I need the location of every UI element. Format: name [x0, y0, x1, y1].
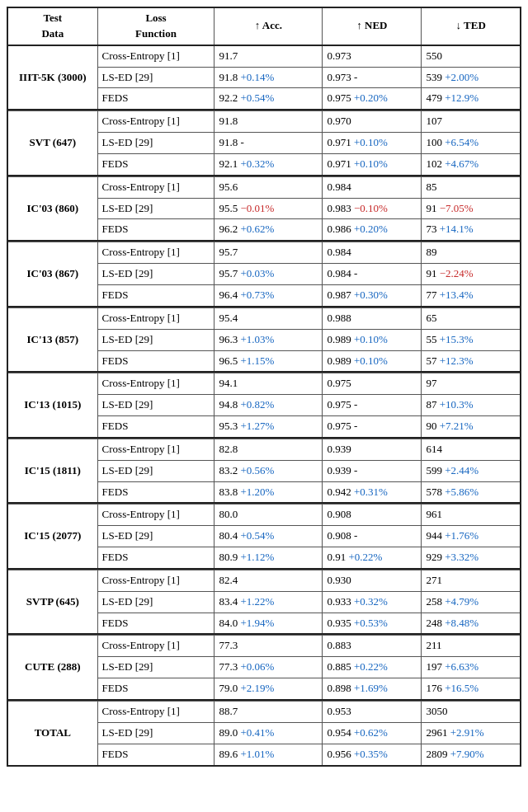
loss-function-cell: Cross-Entropy [1] [97, 45, 214, 67]
ned-cell: 0.973 [323, 45, 422, 67]
header-loss-function: LossFunction [97, 7, 214, 45]
acc-cell: 79.0 +2.19% [214, 678, 323, 700]
ted-cell: 599 +2.44% [422, 460, 521, 481]
acc-cell: 80.0 [214, 505, 323, 526]
loss-function-cell: LS-ED [29] [97, 67, 214, 88]
ted-cell: 91 −2.24% [422, 264, 521, 285]
loss-function-cell: Cross-Entropy [1] [97, 373, 214, 395]
ned-cell: 0.973 - [323, 67, 422, 88]
loss-function-cell: LS-ED [29] [97, 395, 214, 416]
test-data-label: IC'13 (1015) [7, 373, 97, 438]
ned-cell: 0.987 +0.30% [323, 284, 422, 306]
acc-cell: 77.3 +0.06% [214, 657, 323, 678]
loss-function-cell: LS-ED [29] [97, 264, 214, 285]
ted-cell: 211 [422, 636, 521, 657]
test-data-label: IC'15 (1811) [7, 439, 97, 503]
ted-cell: 248 +8.48% [422, 613, 521, 634]
ned-cell: 0.975 [323, 373, 422, 395]
acc-cell: 95.5 −0.01% [214, 198, 323, 219]
ted-cell: 258 +4.79% [422, 591, 521, 613]
ted-cell: 77 +13.4% [422, 284, 521, 306]
acc-cell: 89.0 +0.41% [214, 722, 323, 744]
acc-cell: 80.4 +0.54% [214, 526, 323, 547]
ted-cell: 197 +6.63% [422, 657, 521, 678]
ned-cell: 0.930 [323, 570, 422, 591]
acc-cell: 83.2 +0.56% [214, 460, 323, 481]
test-data-label: IIIT-5K (3000) [7, 45, 97, 110]
test-data-label: IC'13 (857) [7, 307, 97, 372]
ned-cell: 0.939 [323, 439, 422, 460]
acc-cell: 91.8 [214, 111, 323, 133]
acc-cell: 91.8 - [214, 133, 323, 154]
ned-cell: 0.975 +0.20% [323, 88, 422, 110]
ned-cell: 0.971 +0.10% [323, 153, 422, 175]
ted-cell: 102 +4.67% [422, 153, 521, 175]
loss-function-cell: Cross-Entropy [1] [97, 439, 214, 460]
loss-function-cell: FEDS [97, 350, 214, 372]
ted-cell: 90 +7.21% [422, 416, 521, 438]
acc-cell: 91.8 +0.14% [214, 67, 323, 88]
ned-cell: 0.908 - [323, 526, 422, 547]
loss-function-cell: FEDS [97, 284, 214, 306]
ned-cell: 0.970 [323, 111, 422, 133]
acc-cell: 96.3 +1.03% [214, 329, 323, 350]
results-table: TestData LossFunction ↑ Acc. ↑ NED ↓ TED… [7, 7, 521, 767]
loss-function-cell: LS-ED [29] [97, 722, 214, 744]
acc-cell: 92.2 +0.54% [214, 88, 323, 110]
loss-function-cell: FEDS [97, 88, 214, 110]
ned-cell: 0.953 [323, 702, 422, 723]
ned-cell: 0.883 [323, 636, 422, 657]
ted-cell: 929 +3.32% [422, 547, 521, 569]
loss-function-cell: FEDS [97, 613, 214, 634]
header-ted: ↓ TED [422, 7, 521, 45]
ted-cell: 73 +14.1% [422, 219, 521, 241]
acc-cell: 91.7 [214, 45, 323, 67]
loss-function-cell: Cross-Entropy [1] [97, 702, 214, 723]
loss-function-cell: FEDS [97, 481, 214, 503]
ted-cell: 57 +12.3% [422, 350, 521, 372]
loss-function-cell: LS-ED [29] [97, 460, 214, 481]
ned-cell: 0.971 +0.10% [323, 133, 422, 154]
ned-cell: 0.933 +0.32% [323, 591, 422, 613]
ned-cell: 0.989 +0.10% [323, 329, 422, 350]
test-data-label: SVT (647) [7, 111, 97, 176]
ned-cell: 0.935 +0.53% [323, 613, 422, 634]
ned-cell: 0.975 - [323, 395, 422, 416]
table-row: IC'15 (2077)Cross-Entropy [1]80.00.90896… [7, 505, 521, 526]
loss-function-cell: LS-ED [29] [97, 591, 214, 613]
ted-cell: 614 [422, 439, 521, 460]
ned-cell: 0.91 +0.22% [323, 547, 422, 569]
ned-cell: 0.984 [323, 242, 422, 264]
acc-cell: 82.8 [214, 439, 323, 460]
ted-cell: 65 [422, 307, 521, 329]
ned-cell: 0.908 [323, 505, 422, 526]
acc-cell: 83.4 +1.22% [214, 591, 323, 613]
header-ned: ↑ NED [323, 7, 422, 45]
loss-function-cell: FEDS [97, 744, 214, 765]
table-row: IC'03 (860)Cross-Entropy [1]95.60.98485 [7, 176, 521, 198]
ted-cell: 85 [422, 176, 521, 198]
ted-cell: 271 [422, 570, 521, 591]
ned-cell: 0.984 - [323, 264, 422, 285]
header-acc: ↑ Acc. [214, 7, 323, 45]
ned-cell: 0.898 +1.69% [323, 678, 422, 700]
ned-cell: 0.983 −0.10% [323, 198, 422, 219]
acc-cell: 96.5 +1.15% [214, 350, 323, 372]
ned-cell: 0.984 [323, 176, 422, 198]
loss-function-cell: LS-ED [29] [97, 329, 214, 350]
loss-function-cell: Cross-Entropy [1] [97, 570, 214, 591]
ted-cell: 100 +6.54% [422, 133, 521, 154]
ted-cell: 2961 +2.91% [422, 722, 521, 744]
ned-cell: 0.989 +0.10% [323, 350, 422, 372]
ned-cell: 0.988 [323, 307, 422, 329]
ned-cell: 0.986 +0.20% [323, 219, 422, 241]
ted-cell: 550 [422, 45, 521, 67]
ted-cell: 2809 +7.90% [422, 744, 521, 765]
ted-cell: 961 [422, 505, 521, 526]
test-data-label: IC'03 (867) [7, 242, 97, 307]
ned-cell: 0.954 +0.62% [323, 722, 422, 744]
test-data-label: SVTP (645) [7, 570, 97, 634]
table-row: TOTALCross-Entropy [1]88.70.9533050 [7, 702, 521, 723]
ned-cell: 0.942 +0.31% [323, 481, 422, 503]
loss-function-cell: FEDS [97, 547, 214, 569]
